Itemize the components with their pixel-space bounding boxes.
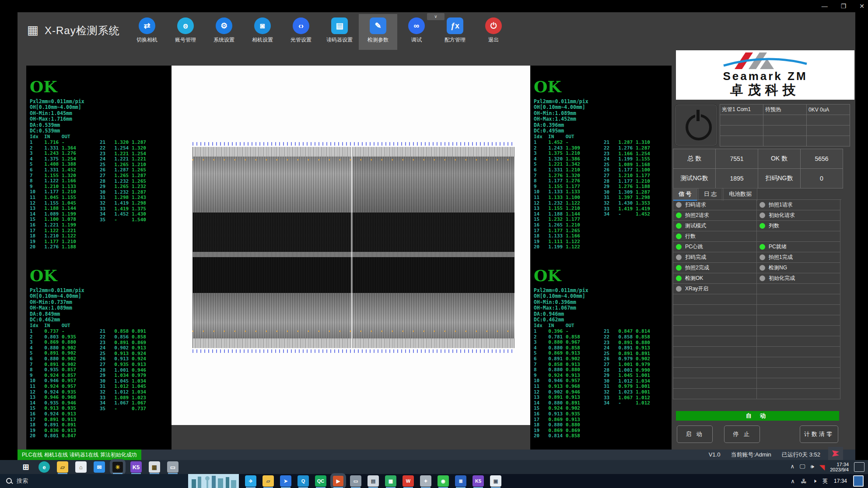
- flag-icon: [832, 450, 839, 457]
- wechat-icon[interactable]: ◉: [438, 475, 449, 487]
- toolbar: ⇄切换相机ꙩ账号管理⚙系统设置◙相机设置‹›光管设置▤读码器设置✎检测参数∞调试…: [128, 14, 513, 50]
- toolbar-item-系统设置[interactable]: ⚙系统设置: [205, 14, 243, 50]
- folder2-icon[interactable]: ▱: [262, 475, 274, 487]
- signal-light: [676, 234, 682, 239]
- tray2-chevron-icon[interactable]: ∧: [791, 478, 795, 485]
- signal-XRay开启: XRay开启: [673, 284, 757, 294]
- switch-camera-icon: ⇄: [139, 17, 155, 34]
- toolbar-item-label: 光管设置: [290, 36, 312, 44]
- signal-empty-cell: [673, 315, 757, 326]
- os-close-button[interactable]: ✕: [859, 3, 864, 10]
- notification-flag[interactable]: [828, 447, 843, 460]
- browser2-icon[interactable]: ➤: [280, 475, 291, 487]
- search-tool-icon[interactable]: ✦: [420, 475, 431, 487]
- k5-viewer-icon[interactable]: K5: [130, 461, 142, 473]
- toolbar-item-读码器设置[interactable]: ▤读码器设置: [320, 14, 359, 50]
- measure-header: Pxl2mm=0.011mm/pixOH[0.10mm~4.00mm]OH-Mi…: [30, 288, 169, 323]
- os-minimize-button[interactable]: —: [822, 3, 828, 10]
- monitor-app-icon[interactable]: ▭: [167, 461, 178, 473]
- wps-writer-icon[interactable]: W: [402, 475, 414, 487]
- k5-viewer2-icon[interactable]: K5: [472, 475, 484, 487]
- word-doc-icon[interactable]: ≣: [455, 475, 466, 487]
- measure-header-line: DA:0.849mm: [30, 311, 169, 317]
- signal-empty-cell: [757, 389, 840, 399]
- signal-empty-cell: [673, 305, 757, 315]
- xray-power-button[interactable]: [675, 104, 718, 146]
- signal-light: [760, 223, 765, 229]
- button-停止[interactable]: 停 止: [724, 425, 760, 443]
- tube-cell-empty: [763, 115, 807, 125]
- toolbar-item-账号管理[interactable]: ꙩ账号管理: [166, 14, 205, 50]
- stat-value: 0: [801, 169, 843, 188]
- telegram-icon[interactable]: ✈: [245, 475, 256, 487]
- tab-电池数据[interactable]: 电池数据: [723, 188, 757, 201]
- xray-app-icon[interactable]: ✳: [112, 461, 123, 473]
- qc-app-icon[interactable]: QC: [315, 475, 326, 487]
- signal-初始化请求: 初始化请求: [757, 210, 840, 221]
- monitor2-icon[interactable]: ▭: [350, 475, 361, 487]
- tiles-app-icon[interactable]: ▦: [149, 461, 160, 473]
- taskbar-local: 搜索 ✈▱➤QQC▶▭▤▦W✦◉≣K5▣ ∧ 🖧 🕨 英 17:34: [0, 474, 868, 488]
- toolbar-item-光管设置[interactable]: ‹›光管设置: [282, 14, 320, 50]
- xray-image-view[interactable]: [172, 66, 530, 425]
- edge-browser-icon[interactable]: e: [38, 461, 50, 473]
- mail-icon[interactable]: ✉: [94, 461, 105, 473]
- signal-PC心跳: PC心跳: [673, 242, 757, 252]
- tray-chevron-icon[interactable]: ∧: [791, 463, 795, 471]
- city-skyline-widget[interactable]: [188, 474, 239, 488]
- tab-信号[interactable]: 信 号: [673, 188, 697, 201]
- measure-header-line: OH-Max:1.716mm: [30, 116, 169, 122]
- start-icon[interactable]: ⊞: [20, 461, 32, 473]
- scanner-settings-icon: ▤: [331, 17, 348, 34]
- signal-light: [760, 202, 765, 208]
- taskbar-clock[interactable]: 17:34 2023/9/4: [830, 462, 849, 472]
- measure-col2: 21 1.287 1.31022 1.276 1.28723 1.166 1.2…: [604, 140, 673, 217]
- signal-拍照2请求: 拍照2请求: [673, 210, 757, 221]
- toolbar-item-相机设置[interactable]: ◙相机设置: [243, 14, 282, 50]
- os-maximize-button[interactable]: ❐: [841, 3, 847, 10]
- signal-拍照1完成: 拍照1完成: [757, 252, 840, 263]
- signal-label: 列数: [769, 222, 779, 230]
- action-center-icon[interactable]: [854, 462, 864, 472]
- volume-icon[interactable]: 🕨: [813, 478, 816, 485]
- volume-tray-icon[interactable]: 🕪: [811, 463, 814, 471]
- signal-label: 拍照1完成: [769, 254, 793, 261]
- measure-header-line: OH-Max:1.452mm: [534, 116, 673, 122]
- measure-col1: Idx IN OUT1 0.737 -2 0.803 0.9353 0.869 …: [30, 323, 100, 439]
- company-logo: Seamark ZM 卓茂科技: [676, 50, 854, 100]
- signal-empty-cell: [757, 368, 840, 378]
- input-language-indicator[interactable]: 英: [822, 478, 828, 485]
- tube-cell-empty: [807, 125, 850, 136]
- wps-sheet-icon[interactable]: ▦: [385, 475, 396, 487]
- measure-header-line: Pxl2mm=0.011mm/pix: [30, 288, 169, 293]
- taskbar-search-input[interactable]: 搜索: [0, 474, 188, 488]
- display-tray-icon[interactable]: 🖵: [800, 463, 805, 471]
- signal-扫码完成: 扫码完成: [673, 252, 757, 263]
- signal-light: [676, 213, 682, 218]
- q-app-icon[interactable]: Q: [298, 475, 309, 487]
- toolbar-dropdown-button[interactable]: ∨: [427, 13, 444, 20]
- screen: — ❐ ✕ ▦ X-Ray检测系统 ⇄切换相机ꙩ账号管理⚙系统设置◙相机设置‹›…: [0, 0, 868, 488]
- notepad-icon[interactable]: ▤: [368, 475, 379, 487]
- auto-mode-banner: 自 动: [676, 411, 839, 421]
- app-title: X-Ray检测系统: [45, 24, 120, 38]
- signal-empty-cell: [757, 378, 840, 389]
- toolbar-item-切换相机[interactable]: ⇄切换相机: [128, 14, 166, 50]
- button-启动[interactable]: 启 动: [677, 425, 713, 443]
- toolbar-item-label: 配方管理: [444, 36, 466, 44]
- button-计数清零[interactable]: 计数清零: [800, 425, 838, 443]
- toolbar-item-检测参数[interactable]: ✎检测参数: [359, 14, 397, 50]
- remote-viewer-icon[interactable]: ▶: [332, 475, 344, 487]
- tab-日志[interactable]: 日 志: [698, 188, 723, 201]
- toolbar-item-退出[interactable]: ⏻退出: [474, 14, 513, 50]
- taskbar2-time[interactable]: 17:34: [834, 478, 847, 484]
- signal-row: 行数: [673, 231, 841, 242]
- store-icon[interactable]: ⌂: [75, 461, 87, 473]
- box-app-icon[interactable]: ▣: [490, 475, 501, 487]
- stat-label: 总 数: [673, 149, 716, 169]
- network-icon[interactable]: 🖧: [801, 478, 807, 485]
- tablet-mode-icon[interactable]: [853, 475, 864, 487]
- measure-status: OK: [534, 78, 673, 95]
- file-explorer-icon[interactable]: ▱: [57, 461, 68, 473]
- red-badge-icon[interactable]: ◥: [819, 463, 825, 471]
